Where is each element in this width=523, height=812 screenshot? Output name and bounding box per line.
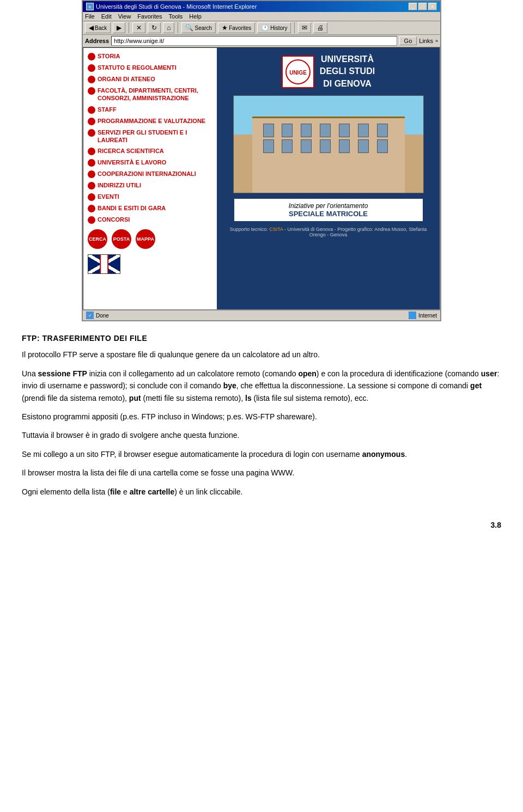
article-section: FTP: TRASFERIMENTO DEI FILE Il protocoll… [0,321,523,515]
browser-window: e Università degli Studi di Genova - Mic… [82,0,441,321]
nav-label-concorsi: CONCORSI [98,216,130,223]
toolbar-separator-2 [178,22,178,33]
zone-text: Internet [418,313,437,319]
nav-item-eventi[interactable]: EVENTI [88,193,212,201]
article-para-2: Una sessione FTP inizia con il collegame… [22,368,501,404]
stop-button[interactable]: ✕ [132,22,145,33]
nav-item-bandi[interactable]: BANDI E ESITI DI GARA [88,204,212,212]
nav-bullet [88,193,95,201]
posta-button[interactable]: POSTA [112,229,131,249]
nav-item-cooperazioni[interactable]: COOPERAZIONI INTERNAZIONALI [88,170,212,178]
right-content-area: UNIGE UNIVERSITÀ DEGLI STUDI DI GENOVA [217,48,440,309]
print-button[interactable]: 🖨 [313,22,327,33]
nav-item-ricerca[interactable]: RICERCA SCIENTIFICA [88,147,212,155]
nav-item-concorsi[interactable]: CONCORSI [88,216,212,224]
back-button[interactable]: ◀ Back [85,22,111,33]
nav-bullet [88,106,95,114]
window-13 [358,139,369,153]
uk-flag-icon[interactable] [88,254,120,274]
menu-help[interactable]: Help [189,13,202,20]
forward-icon: ▶ [117,24,121,32]
mappa-button[interactable]: MAPPA [136,229,155,249]
nav-item-indirizzi[interactable]: INDIRIZZI UTILI [88,181,212,190]
csita-link[interactable]: CSITA [269,227,283,232]
nav-label-storia: STORIA [98,52,120,60]
window-5 [339,124,350,137]
unige-logo: UNIGE [282,56,314,88]
left-navigation: STORIA STATUTO E REGOLAMENTI ORGANI DI A… [83,48,217,309]
nav-label-indirizzi: INDIRIZZI UTILI [98,181,141,189]
window-8 [263,139,274,153]
home-button[interactable]: ⌂ [163,22,174,33]
nav-label-staff: STAFF [98,106,117,113]
svg-text:UNIGE: UNIGE [289,70,307,76]
favorites-button[interactable]: ★ Favorites [218,22,255,33]
nav-item-universita-lavoro[interactable]: UNIVERSITÀ E LAVORO [88,158,212,167]
article-para-6: Il browser mostra la lista dei file di u… [22,467,501,479]
maximize-button[interactable]: □ [418,3,427,10]
nav-bullet [88,159,95,167]
article-para-7: Ogni elemento della lista (file e altre … [22,486,501,498]
nav-label-cooperazioni: COOPERAZIONI INTERNAZIONALI [98,170,196,178]
banner-box[interactable]: Iniziative per l'orientamento SPECIALE M… [233,198,424,222]
close-button[interactable]: × [428,3,437,10]
menu-file[interactable]: File [85,13,95,20]
menu-favorites[interactable]: Favorites [137,13,162,20]
nav-bullet [88,216,95,224]
print-icon: 🖨 [317,24,324,32]
nav-item-statuto[interactable]: STATUTO E REGOLAMENTI [88,64,212,72]
nav-bullet [88,87,95,95]
university-title-line1: UNIVERSITÀ [320,53,375,65]
nav-label-eventi: EVENTI [98,193,119,200]
nav-item-facolta[interactable]: FACOLTÀ, DIPARTIMENTI, CENTRI, CONSORZI,… [88,87,212,102]
search-icon: 🔍 [185,24,193,32]
history-icon: 🕐 [261,24,269,32]
window-title: Università degli Studi di Genova - Micro… [96,3,257,10]
nav-item-programmazione[interactable]: PROGRAMMAZIONE E VALUTAZIONE [88,117,212,125]
university-title: UNIVERSITÀ DEGLI STUDI DI GENOVA [320,53,375,90]
refresh-icon: ↻ [151,24,157,32]
banner-text1: Iniziative per l'orientamento [245,202,412,210]
go-button[interactable]: Go [399,36,417,45]
forward-button[interactable]: ▶ [113,22,125,33]
window-12 [339,139,350,153]
banner-text2: SPECIALE MATRICOLE [245,210,412,218]
window-10 [301,139,312,153]
history-button[interactable]: 🕐 History [257,22,291,33]
window-14 [377,139,388,153]
favorites-icon: ★ [222,24,228,32]
menu-tools[interactable]: Tools [169,13,183,20]
zone-icon: 🌐 [409,312,416,319]
article-para-4: Tuttavia il browser è in grado di svolge… [22,429,501,441]
nav-label-servizi: SERVIZI PER GLI STUDENTI E I LAUREATI [98,129,212,144]
refresh-button[interactable]: ↻ [148,22,161,33]
status-text: Done [96,313,109,319]
address-input[interactable] [111,36,397,46]
window-6 [358,124,369,137]
nav-label-organi: ORGANI DI ATENEO [98,75,155,83]
links-button[interactable]: Links [419,38,433,44]
university-header: UNIGE UNIVERSITÀ DEGLI STUDI DI GENOVA [282,53,375,90]
menu-edit[interactable]: Edit [101,13,112,20]
links-chevron-icon: » [435,38,438,44]
menu-view[interactable]: View [118,13,131,20]
nav-label-facolta: FACOLTÀ, DIPARTIMENTI, CENTRI, CONSORZI,… [98,87,212,102]
nav-item-servizi[interactable]: SERVIZI PER GLI STUDENTI E I LAUREATI [88,129,212,144]
nav-bullet [88,64,95,72]
done-icon: ✓ [86,312,94,319]
cerca-button[interactable]: CERCA [88,229,107,249]
nav-item-storia[interactable]: STORIA [88,52,212,60]
nav-item-staff[interactable]: STAFF [88,106,212,114]
window-4 [320,124,331,137]
nav-label-programmazione: PROGRAMMAZIONE E VALUTAZIONE [98,117,205,125]
mail-button[interactable]: ✉ [298,22,311,33]
minimize-button[interactable]: _ [409,3,417,10]
webpage-content: STORIA STATUTO E REGOLAMENTI ORGANI DI A… [83,47,440,310]
nav-bullet [88,118,95,125]
nav-bullet [88,182,95,190]
university-title-line2: DEGLI STUDI [320,65,375,77]
search-button[interactable]: 🔍 Search [181,22,216,33]
nav-item-organi[interactable]: ORGANI DI ATENEO [88,75,212,83]
article-para-3: Esistono programmi appositi (p.es. FTP i… [22,411,501,423]
address-bar: Address Go Links » [83,35,440,47]
